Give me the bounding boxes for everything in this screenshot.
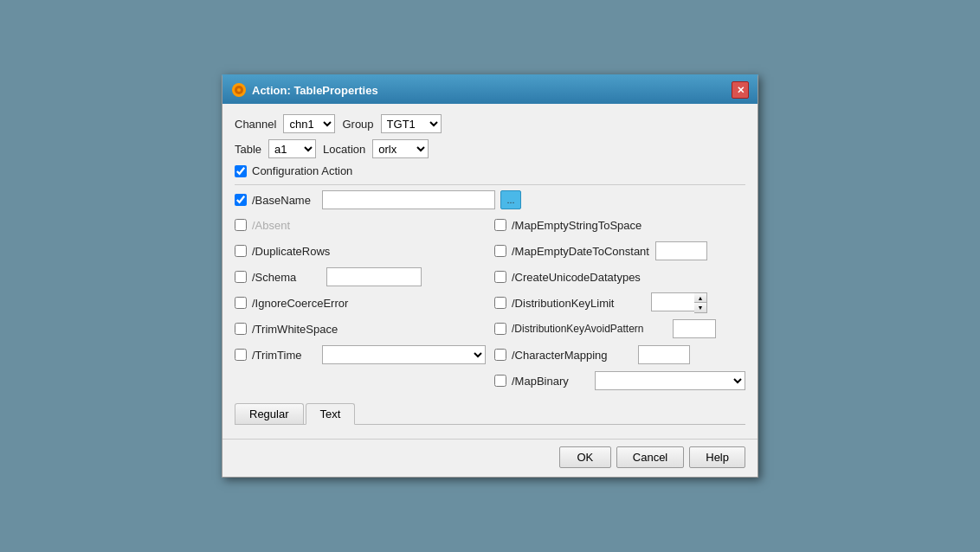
channel-label: Channel	[235, 118, 276, 131]
tab-text[interactable]: Text	[306, 403, 356, 425]
map-empty-date-checkbox[interactable]	[494, 245, 506, 257]
footer: OK Cancel Help	[222, 439, 758, 477]
char-mapping-label: /CharacterMapping	[512, 349, 633, 362]
char-mapping-input[interactable]	[638, 345, 690, 364]
cancel-button[interactable]: Cancel	[616, 446, 684, 468]
duplicate-rows-checkbox[interactable]	[235, 245, 247, 257]
app-icon	[231, 82, 247, 98]
map-empty-string-label: /MapEmptyStringToSpace	[512, 219, 642, 232]
location-select[interactable]: orlxlocal	[372, 139, 429, 158]
tab-row: Regular Text	[235, 403, 745, 425]
dialog-body: Channel chn1chn2chn3 Group TGT1TGT2 Tabl…	[222, 104, 758, 433]
spinner-down-button[interactable]: ▼	[694, 303, 706, 312]
dist-key-limit-row: /DistributionKeyLimit ▲ ▼	[494, 292, 745, 313]
create-unicode-row: /CreateUnicodeDatatypes	[494, 266, 745, 287]
spinner-controls: ▲ ▼	[694, 292, 707, 313]
dist-key-avoid-row: /DistributionKeyAvoidPattern	[494, 318, 745, 339]
dist-key-avoid-input[interactable]	[673, 319, 716, 338]
separator-1	[235, 184, 745, 185]
absent-row: /Absent	[235, 215, 486, 235]
ignore-coerce-row: /IgnoreCoerceError	[235, 292, 486, 313]
char-mapping-checkbox[interactable]	[494, 349, 506, 361]
group-label: Group	[342, 118, 373, 131]
svg-point-2	[237, 88, 241, 92]
location-label: Location	[323, 143, 365, 156]
map-empty-date-row: /MapEmptyDateToConstant	[494, 241, 745, 261]
map-binary-checkbox[interactable]	[494, 375, 506, 387]
trim-time-select[interactable]	[322, 345, 486, 364]
trim-whitespace-checkbox[interactable]	[235, 323, 247, 335]
ignore-coerce-checkbox[interactable]	[235, 297, 247, 309]
trim-time-row: /TrimTime	[235, 344, 486, 365]
duplicate-rows-row: /DuplicateRows	[235, 241, 486, 261]
right-column: /MapEmptyStringToSpace /MapEmptyDateToCo…	[494, 215, 745, 396]
basename-input[interactable]: a1_tgt1	[322, 190, 495, 209]
map-empty-date-label: /MapEmptyDateToConstant	[512, 245, 650, 258]
schema-checkbox[interactable]	[235, 271, 247, 283]
dist-key-limit-input[interactable]	[651, 292, 694, 311]
help-button[interactable]: Help	[689, 446, 745, 468]
map-binary-select[interactable]	[595, 371, 745, 390]
basename-label: /BaseName	[252, 194, 317, 207]
dist-key-avoid-label: /DistributionKeyAvoidPattern	[512, 323, 667, 335]
trim-time-checkbox[interactable]	[235, 349, 247, 361]
map-empty-string-checkbox[interactable]	[494, 219, 506, 231]
map-empty-string-row: /MapEmptyStringToSpace	[494, 215, 745, 235]
dist-key-avoid-checkbox[interactable]	[494, 323, 506, 335]
dialog-window: Action: TableProperties ✕ Channel chn1ch…	[222, 74, 758, 478]
dist-key-limit-checkbox[interactable]	[494, 297, 506, 309]
schema-row: /Schema	[235, 266, 486, 287]
map-binary-row: /MapBinary	[494, 370, 745, 391]
main-content: /Absent /DuplicateRows /Schema /IgnoreCo…	[235, 215, 745, 396]
table-location-row: Table a1a2a3 Location orlxlocal	[235, 139, 745, 158]
ok-button[interactable]: OK	[559, 446, 611, 468]
channel-group-row: Channel chn1chn2chn3 Group TGT1TGT2	[235, 114, 745, 133]
schema-input[interactable]	[326, 267, 422, 286]
trim-whitespace-row: /TrimWhiteSpace	[235, 318, 486, 339]
title-bar: Action: TableProperties ✕	[222, 76, 758, 104]
tab-regular[interactable]: Regular	[235, 403, 304, 424]
dialog-title: Action: TableProperties	[252, 84, 378, 97]
dist-key-limit-spinner: ▲ ▼	[651, 292, 707, 313]
duplicate-rows-label: /DuplicateRows	[252, 245, 364, 258]
close-button[interactable]: ✕	[732, 81, 749, 99]
spinner-up-button[interactable]: ▲	[694, 293, 706, 303]
config-action-label: Configuration Action	[252, 164, 352, 177]
table-label: Table	[235, 143, 261, 156]
dist-key-limit-label: /DistributionKeyLimit	[512, 297, 646, 310]
create-unicode-label: /CreateUnicodeDatatypes	[512, 271, 641, 284]
map-empty-date-input[interactable]	[655, 241, 707, 260]
schema-label: /Schema	[252, 271, 321, 284]
config-action-row: Configuration Action	[235, 164, 745, 177]
group-select[interactable]: TGT1TGT2	[381, 114, 442, 133]
title-bar-left: Action: TableProperties	[231, 82, 378, 98]
absent-label: /Absent	[252, 219, 364, 232]
absent-checkbox[interactable]	[235, 219, 247, 231]
trim-whitespace-label: /TrimWhiteSpace	[252, 323, 364, 336]
left-column: /Absent /DuplicateRows /Schema /IgnoreCo…	[235, 215, 486, 396]
channel-select[interactable]: chn1chn2chn3	[283, 114, 335, 133]
config-action-checkbox[interactable]	[235, 165, 247, 177]
table-select[interactable]: a1a2a3	[268, 139, 316, 158]
basename-checkbox[interactable]	[235, 194, 247, 206]
char-mapping-row: /CharacterMapping	[494, 344, 745, 365]
create-unicode-checkbox[interactable]	[494, 271, 506, 283]
browse-button[interactable]: ...	[500, 190, 521, 209]
basename-row: /BaseName a1_tgt1 ...	[235, 190, 745, 209]
trim-time-label: /TrimTime	[252, 349, 317, 362]
map-binary-label: /MapBinary	[512, 375, 590, 388]
ignore-coerce-label: /IgnoreCoerceError	[252, 297, 364, 310]
